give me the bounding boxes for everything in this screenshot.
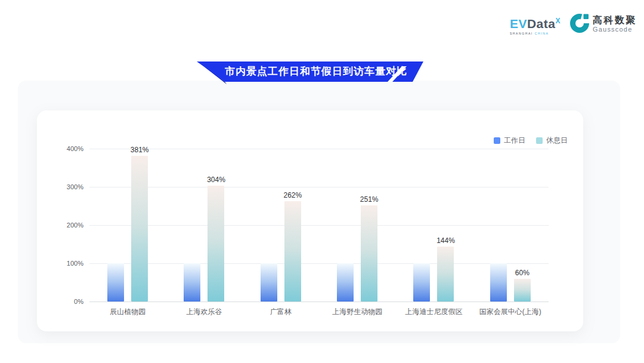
- gausscode-mark-icon: [569, 12, 590, 36]
- evdata-logo: EVDataX SHANGHAI CHINA: [510, 14, 561, 35]
- bar-工作日-上海野生动物园[interactable]: [337, 263, 354, 302]
- bar-工作日-广富林[interactable]: [261, 263, 277, 302]
- bar-value-label: 60%: [515, 269, 530, 279]
- evdata-ev-text: EV: [510, 17, 527, 30]
- bar-工作日-上海欢乐谷[interactable]: [184, 263, 200, 302]
- bar-group-上海迪士尼度假区: 144%上海迪士尼度假区: [395, 137, 472, 302]
- bar-工作日-国家会展中心(上海)[interactable]: [490, 263, 507, 302]
- gausscode-logo: 高科数聚 Gausscode: [569, 12, 637, 36]
- evdata-tagline: SHANGHAI CHINA: [510, 32, 561, 35]
- bar-group-辰山植物园: 381%辰山植物园: [89, 137, 166, 302]
- x-axis-category-label: 广富林: [270, 307, 292, 317]
- x-axis-category-label: 上海迪士尼度假区: [405, 307, 462, 317]
- x-axis-category-label: 国家会展中心(上海): [479, 307, 541, 317]
- evdata-x-mark: X: [555, 17, 561, 25]
- bar-group-上海野生动物园: 251%上海野生动物园: [319, 137, 395, 302]
- gausscode-en-text: Gausscode: [593, 26, 637, 33]
- bar-工作日-辰山植物园[interactable]: [107, 263, 124, 302]
- bar-chart-plot: 0%100%200%300%400%381%辰山植物园304%上海欢乐谷262%…: [89, 137, 549, 302]
- x-axis-category-label: 上海野生动物园: [332, 307, 382, 317]
- bar-value-label: 251%: [360, 195, 379, 205]
- y-axis-tick-label: 100%: [67, 260, 83, 267]
- bar-value-label: 262%: [283, 191, 302, 201]
- y-axis-tick-label: 200%: [67, 222, 83, 229]
- bar-休息日-辰山植物园[interactable]: [131, 156, 148, 302]
- page-title: 市内景点工作日和节假日到访车量对比: [222, 61, 410, 82]
- x-axis-category-label: 辰山植物园: [110, 307, 145, 317]
- evdata-data-text: Data: [527, 17, 556, 30]
- chart-card: 工作日休息日 0%100%200%300%400%381%辰山植物园304%上海…: [37, 110, 583, 331]
- x-axis-category-label: 上海欢乐谷: [186, 307, 222, 317]
- bar-group-国家会展中心(上海): 60%国家会展中心(上海): [472, 137, 549, 302]
- y-axis-tick-label: 400%: [67, 145, 83, 152]
- bar-休息日-上海欢乐谷[interactable]: [208, 186, 224, 302]
- title-banner: 市内景点工作日和节假日到访车量对比: [197, 61, 425, 82]
- y-axis-tick-label: 0%: [74, 298, 83, 305]
- evdata-wordmark: EVDataX: [510, 14, 561, 30]
- bar-value-label: 144%: [436, 236, 455, 247]
- y-axis-tick-label: 300%: [67, 183, 83, 190]
- evdata-tagline-china: CHINA: [535, 32, 549, 35]
- bar-group-上海欢乐谷: 304%上海欢乐谷: [166, 137, 242, 302]
- bar-休息日-上海迪士尼度假区[interactable]: [437, 247, 454, 302]
- header-logos: EVDataX SHANGHAI CHINA 高科数聚 Gausscode: [510, 12, 637, 36]
- bar-休息日-上海野生动物园[interactable]: [361, 205, 377, 302]
- bar-休息日-国家会展中心(上海)[interactable]: [514, 279, 531, 302]
- bar-休息日-广富林[interactable]: [284, 201, 301, 302]
- bar-工作日-上海迪士尼度假区[interactable]: [413, 263, 430, 302]
- evdata-tagline-shanghai: SHANGHAI: [510, 32, 535, 35]
- bar-value-label: 304%: [207, 176, 225, 186]
- gridline-0: [89, 302, 549, 302]
- legend-label: 休息日: [546, 136, 568, 146]
- bar-value-label: 381%: [131, 146, 149, 156]
- bar-group-广富林: 262%广富林: [243, 137, 319, 302]
- gausscode-cn-text: 高科数聚: [593, 15, 637, 26]
